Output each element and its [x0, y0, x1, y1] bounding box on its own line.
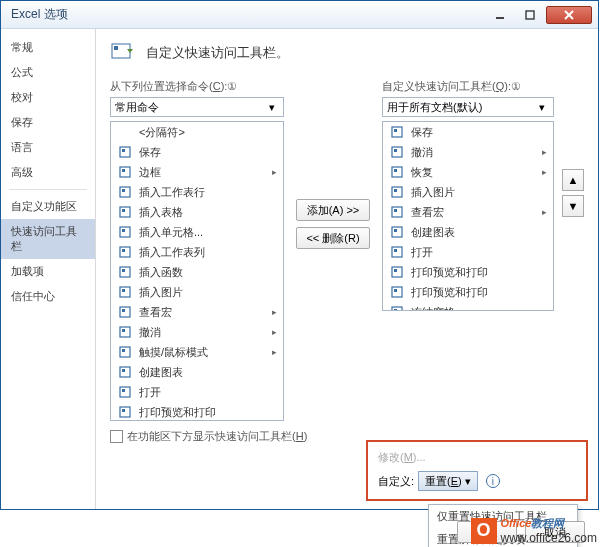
list-item[interactable]: 插入图片 [383, 182, 553, 202]
list-item[interactable]: 查看宏▸ [111, 302, 283, 322]
list-item[interactable]: 打印预览和打印 [111, 402, 283, 421]
list-item[interactable]: 边框▸ [111, 162, 283, 182]
list-item[interactable]: 恢复▸ [383, 162, 553, 182]
command-icon [117, 184, 133, 200]
svg-rect-31 [122, 389, 125, 392]
list-item[interactable]: 打开 [383, 242, 553, 262]
sidebar-item[interactable]: 信任中心 [1, 284, 95, 309]
list-item-label: 保存 [139, 145, 277, 160]
command-icon [389, 264, 405, 280]
command-icon [117, 284, 133, 300]
sidebar-item[interactable]: 快速访问工具栏 [1, 219, 95, 259]
minimize-button[interactable] [486, 6, 514, 24]
close-button[interactable] [546, 6, 592, 24]
transfer-buttons: 添加(A) >> << 删除(R) [292, 79, 374, 249]
move-up-button[interactable]: ▲ [562, 169, 584, 191]
reset-split-button[interactable]: 重置(E) ▾ [418, 471, 478, 491]
move-down-button[interactable]: ▼ [562, 195, 584, 217]
sidebar-item[interactable]: 自定义功能区 [1, 194, 95, 219]
sidebar-item[interactable]: 高级 [1, 160, 95, 185]
list-item[interactable]: 打印预览和打印 [383, 282, 553, 302]
list-item[interactable]: 插入图片 [111, 282, 283, 302]
available-commands-list[interactable]: <分隔符>保存边框▸插入工作表行插入表格插入单元格...插入工作表列插入函数插入… [110, 121, 284, 421]
list-item-label: 创建图表 [411, 225, 547, 240]
sidebar-item[interactable]: 保存 [1, 110, 95, 135]
svg-rect-57 [394, 149, 397, 152]
list-item[interactable]: 创建图表 [111, 362, 283, 382]
command-icon [389, 144, 405, 160]
list-item-label: 创建图表 [139, 365, 277, 380]
maximize-button[interactable] [516, 6, 544, 24]
list-item-label: 打开 [411, 245, 547, 260]
list-item[interactable]: 插入工作表行 [111, 182, 283, 202]
show-below-ribbon-label: 在功能区下方显示快速访问工具栏(H) [127, 429, 307, 444]
command-icon [117, 224, 133, 240]
list-item-label: 插入表格 [139, 205, 277, 220]
svg-rect-17 [122, 249, 125, 252]
submenu-indicator-icon: ▸ [542, 207, 547, 217]
submenu-indicator-icon: ▸ [542, 147, 547, 157]
help-icon[interactable]: i [486, 474, 500, 488]
sidebar-item[interactable]: 公式 [1, 60, 95, 85]
list-item-label: 恢复 [411, 165, 536, 180]
submenu-indicator-icon: ▸ [272, 307, 277, 317]
list-item[interactable]: 插入单元格... [111, 222, 283, 242]
svg-rect-15 [122, 229, 125, 232]
sidebar-item[interactable]: 语言 [1, 135, 95, 160]
list-item-label: 保存 [411, 125, 547, 140]
list-item[interactable]: 撤消▸ [383, 142, 553, 162]
sidebar-item[interactable]: 校对 [1, 85, 95, 110]
checkbox-icon[interactable] [110, 430, 123, 443]
svg-rect-67 [394, 249, 397, 252]
list-item[interactable]: <分隔符> [111, 122, 283, 142]
list-item[interactable]: 插入表格 [111, 202, 283, 222]
list-item[interactable]: 插入工作表列 [111, 242, 283, 262]
add-button[interactable]: 添加(A) >> [296, 199, 370, 221]
command-icon [117, 124, 133, 140]
commands-source-select[interactable]: 常用命令 ▾ [110, 97, 284, 117]
svg-rect-73 [394, 309, 397, 311]
command-icon [117, 304, 133, 320]
command-icon [117, 164, 133, 180]
command-icon [389, 124, 405, 140]
sidebar-item[interactable]: 常规 [1, 35, 95, 60]
current-qat-list[interactable]: 保存撤消▸恢复▸插入图片查看宏▸创建图表打开打印预览和打印打印预览和打印冻结窗格… [382, 121, 554, 311]
list-item[interactable]: 保存 [383, 122, 553, 142]
svg-rect-21 [122, 289, 125, 292]
list-item[interactable]: 打印预览和打印 [383, 262, 553, 282]
list-item[interactable]: 触摸/鼠标模式▸ [111, 342, 283, 362]
list-item[interactable]: 查看宏▸ [383, 202, 553, 222]
svg-rect-7 [122, 149, 125, 152]
submenu-indicator-icon: ▸ [272, 167, 277, 177]
list-item[interactable]: 冻结窗格▸ [383, 302, 553, 311]
category-sidebar: 常规公式校对保存语言高级 自定义功能区快速访问工具栏加载项信任中心 [1, 29, 96, 509]
list-item-label: 查看宏 [139, 305, 266, 320]
list-item-label: 插入工作表列 [139, 245, 277, 260]
window-title: Excel 选项 [11, 6, 484, 23]
qat-target-select[interactable]: 用于所有文档(默认) ▾ [382, 97, 554, 117]
list-item[interactable]: 撤消▸ [111, 322, 283, 342]
modify-button-disabled: 修改(M)... [378, 450, 576, 465]
remove-button[interactable]: << 删除(R) [296, 227, 370, 249]
list-item[interactable]: 打开 [111, 382, 283, 402]
command-icon [389, 224, 405, 240]
titlebar[interactable]: Excel 选项 [1, 1, 598, 29]
command-icon [117, 364, 133, 380]
list-item-label: 插入图片 [139, 285, 277, 300]
customizations-label: 自定义: [378, 474, 414, 489]
svg-rect-27 [122, 349, 125, 352]
command-icon [389, 184, 405, 200]
command-icon [117, 404, 133, 420]
headline-text: 自定义快速访问工具栏。 [146, 44, 289, 62]
watermark: O Office教程网 www.office26.com [471, 516, 598, 545]
svg-rect-29 [122, 369, 125, 372]
submenu-indicator-icon: ▸ [542, 307, 547, 311]
list-item[interactable]: 插入函数 [111, 262, 283, 282]
list-item-label: 插入工作表行 [139, 185, 277, 200]
svg-rect-59 [394, 169, 397, 172]
list-item[interactable]: 保存 [111, 142, 283, 162]
svg-rect-55 [394, 129, 397, 132]
list-item[interactable]: 创建图表 [383, 222, 553, 242]
command-icon [389, 244, 405, 260]
sidebar-item[interactable]: 加载项 [1, 259, 95, 284]
